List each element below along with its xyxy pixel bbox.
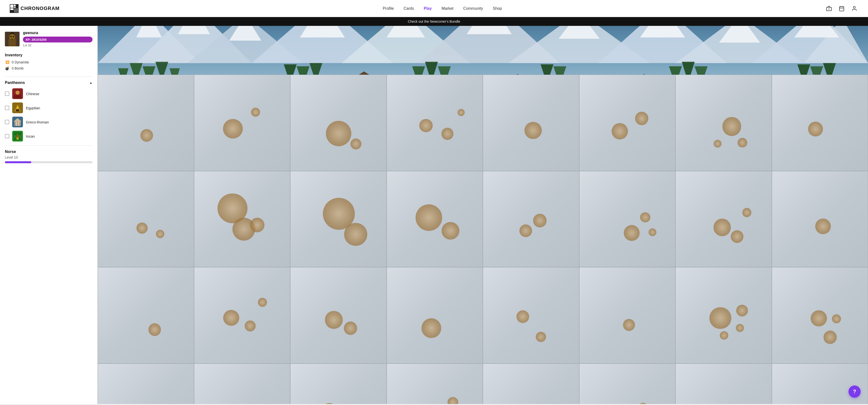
grid-cell[interactable] [290, 364, 386, 404]
nav-market[interactable]: Market [441, 6, 454, 11]
terrain-spot [638, 403, 648, 404]
grid-cell[interactable] [194, 75, 290, 171]
profile-info: geenura XP: 2810/3200 Lvl 32 [23, 31, 93, 47]
svg-rect-1 [14, 5, 16, 6]
nav-play[interactable]: Play [424, 6, 432, 11]
calendar-icon[interactable] [838, 5, 845, 12]
terrain-spot [533, 214, 547, 228]
grid-cell[interactable] [579, 364, 676, 404]
pantheon-thumb-greco [12, 116, 23, 127]
terrain-spot [141, 129, 153, 142]
terrain-spot [811, 310, 827, 327]
grid-cell[interactable] [98, 75, 194, 171]
user-icon[interactable] [850, 5, 858, 12]
grid-cell[interactable] [675, 75, 772, 171]
terrain-spot [448, 397, 458, 404]
svg-marker-58 [178, 26, 210, 34]
grid-cell[interactable] [772, 364, 868, 404]
terrain-spot [649, 228, 656, 236]
svg-rect-27 [14, 121, 21, 122]
pantheon-name-incan: Incan [26, 134, 35, 138]
grid-cell[interactable] [98, 267, 194, 364]
terrain-spot [832, 314, 841, 323]
pantheon-thumb-egyptian [12, 102, 23, 113]
terrain-spot [736, 324, 744, 332]
pantheon-checkbox-incan[interactable] [5, 134, 9, 138]
terrain-spot [441, 128, 453, 140]
grid-cell[interactable] [194, 171, 290, 267]
grid-cell[interactable] [579, 267, 676, 364]
svg-rect-3 [10, 8, 13, 10]
terrain-spot [326, 121, 351, 146]
nav-cards[interactable]: Cards [403, 6, 414, 11]
inventory-title: Inventory [5, 53, 93, 57]
pantheon-thumb-chinese [12, 88, 23, 99]
grid-cell[interactable] [483, 267, 579, 364]
grid-cell[interactable] [290, 267, 386, 364]
store-icon[interactable] [825, 5, 833, 12]
terrain-spot [245, 320, 256, 331]
terrain-spot [350, 139, 362, 149]
grid-cell[interactable] [675, 364, 772, 404]
terrain-spot [251, 108, 260, 117]
main-nav: Profile Cards Play Market Community Shop [383, 6, 502, 11]
help-icon: ? [853, 389, 856, 395]
terrain-spot [731, 230, 744, 243]
norse-progress-bar [5, 161, 93, 163]
grid-cell[interactable] [675, 267, 772, 364]
grid-cell[interactable] [194, 364, 290, 404]
terrain-spot [325, 311, 343, 329]
logo-text: CHRONOGRAM [21, 6, 60, 11]
nav-shop[interactable]: Shop [493, 6, 502, 11]
terrain-spot [258, 298, 267, 307]
grid-cell[interactable] [290, 75, 386, 171]
help-button[interactable]: ? [848, 385, 861, 398]
inventory-section: Inventory 💥 0 Dynamite 💣 0 Bomb [5, 53, 93, 70]
logo[interactable]: CHRONOGRAM [10, 4, 60, 13]
dynamite-icon: 💥 [5, 60, 10, 64]
terrain-spot [458, 109, 465, 116]
pantheon-checkbox-greco[interactable] [5, 120, 9, 124]
game-grid[interactable] [98, 75, 868, 404]
svg-line-37 [20, 135, 21, 138]
grid-cell[interactable] [386, 267, 483, 364]
newcomer-banner[interactable]: Check out the Newcomer's Bundle [0, 17, 868, 26]
grid-cell[interactable] [675, 171, 772, 267]
terrain-spot [223, 119, 243, 139]
pantheon-checkbox-egyptian[interactable] [5, 106, 9, 110]
terrain-spot [420, 119, 433, 132]
pantheon-checkbox-chinese[interactable] [5, 92, 9, 96]
grid-cell[interactable] [772, 267, 868, 364]
divider-2 [5, 145, 93, 146]
main-layout: geenura XP: 2810/3200 Lvl 32 Inventory 💥… [0, 26, 868, 404]
pantheon-thumb-incan [12, 131, 23, 141]
terrain-spot [742, 208, 751, 217]
pantheons-collapse-icon[interactable]: ▲ [89, 81, 93, 85]
grid-cell[interactable] [386, 171, 483, 267]
svg-line-36 [14, 135, 15, 138]
svg-rect-15 [8, 39, 16, 46]
grid-cell[interactable] [772, 171, 868, 267]
grid-cell[interactable] [483, 171, 579, 267]
grid-cell[interactable] [579, 75, 676, 171]
grid-cell[interactable] [290, 171, 386, 267]
grid-cell[interactable] [483, 364, 579, 404]
grid-cell[interactable] [483, 75, 579, 171]
svg-point-17 [13, 36, 14, 37]
svg-point-12 [854, 6, 855, 8]
terrain-spot [250, 218, 265, 232]
nav-community[interactable]: Community [463, 6, 483, 11]
nav-profile[interactable]: Profile [383, 6, 394, 11]
grid-cell[interactable] [386, 364, 483, 404]
norse-section: Norse Level 10 [5, 149, 93, 163]
grid-cell[interactable] [194, 267, 290, 364]
terrain-spot [738, 138, 747, 147]
grid-cell[interactable] [579, 171, 676, 267]
terrain-spot [136, 223, 148, 234]
header: CHRONOGRAM Profile Cards Play Market Com… [0, 0, 868, 17]
grid-cell[interactable] [386, 75, 483, 171]
grid-cell[interactable] [98, 364, 194, 404]
pantheon-name-greco: Greco-Roman [26, 120, 49, 124]
grid-cell[interactable] [772, 75, 868, 171]
grid-cell[interactable] [98, 171, 194, 267]
